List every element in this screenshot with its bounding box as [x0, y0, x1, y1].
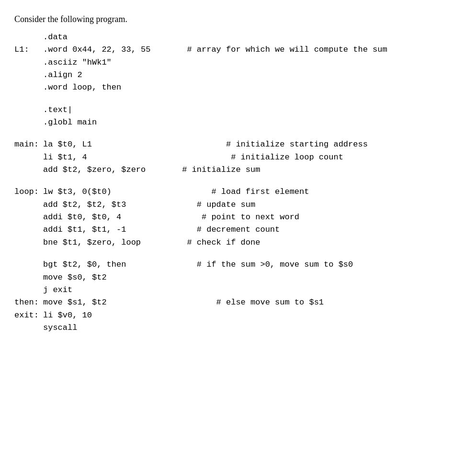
line-asciiz: .asciiz "hWk1"	[14, 56, 462, 69]
line-align: .align 2	[14, 69, 462, 81]
instruction-add-t2-t3: add $t2, $t2, $t3	[43, 199, 177, 211]
spacer4	[14, 249, 462, 259]
line-loop-lw: loop: lw $t3, 0($t0) # load first elemen…	[14, 186, 462, 198]
instruction-addi-t0: addi $t0, $t0, 4	[43, 211, 177, 224]
line-data-directive: .data	[14, 31, 462, 44]
line-text-directive: .text|	[14, 104, 462, 116]
instruction-j-exit: j exit	[43, 284, 177, 296]
comment-add-t2-t3: # update sum	[177, 199, 255, 211]
page-content: Consider the following program. .data L1…	[10, 10, 466, 339]
line-l1-word: L1: .word 0x44, 22, 33, 55 # array for w…	[14, 44, 462, 56]
instruction-move-s0: move $s0, $t2	[43, 271, 177, 284]
instruction-addi-t1: addi $t1, $t1, -1	[43, 224, 177, 236]
comment-move-s1: # else move sum to $s1	[177, 296, 324, 309]
instruction-lw: lw $t3, 0($t0)	[43, 186, 177, 198]
instruction-syscall: syscall	[43, 322, 177, 334]
comment-lw: # load first element	[177, 186, 309, 198]
instruction-la: la $t0, L1	[43, 138, 177, 151]
instruction-bgt: bgt $t2, $0, then	[43, 259, 177, 271]
spacer2	[14, 129, 462, 138]
line-addi-t0: addi $t0, $t0, 4 # point to next word	[14, 211, 462, 224]
instruction-add-t2: add $t2, $zero, $zero	[43, 164, 177, 176]
line-exit-li: exit: li $v0, 10	[14, 309, 462, 322]
label-exit: exit:	[14, 309, 43, 322]
label-then: then:	[14, 296, 43, 309]
spacer3	[14, 176, 462, 186]
label-main: main:	[14, 138, 43, 151]
line-bgt: bgt $t2, $0, then # if the sum >0, move …	[14, 259, 462, 271]
comment-addi-t1: # decrement count	[177, 224, 280, 236]
line-addi-t1: addi $t1, $t1, -1 # decrement count	[14, 224, 462, 236]
line-word-loop: .word loop, then	[14, 81, 462, 94]
instruction-text: .text|	[43, 104, 177, 116]
line-li-t1: li $t1, 4 # initialize loop count	[14, 151, 462, 164]
line-add-t2: add $t2, $zero, $zero # initialize sum	[14, 164, 462, 176]
intro-text: Consider the following program.	[14, 14, 462, 24]
line-syscall: syscall	[14, 322, 462, 334]
line-add-t2-t3: add $t2, $t2, $t3 # update sum	[14, 199, 462, 211]
line-j-exit: j exit	[14, 284, 462, 296]
line-move-s0: move $s0, $t2	[14, 271, 462, 284]
comment-li-t1: # initialize loop count	[177, 151, 343, 164]
instruction-bne: bne $t1, $zero, loop	[43, 237, 177, 249]
comment-bgt: # if the sum >0, move sum to $s0	[177, 259, 353, 271]
label-l1: L1:	[14, 44, 43, 56]
comment-add-t2: # initialize sum	[177, 164, 260, 176]
instruction-li-v0: li $v0, 10	[43, 309, 177, 322]
line-globl: .globl main	[14, 116, 462, 129]
comment-la: # initialize starting address	[177, 138, 368, 151]
instruction-move-s1: move $s1, $t2	[43, 296, 177, 309]
instruction-word-array: .word 0x44, 22, 33, 55	[43, 44, 177, 56]
label-loop: loop:	[14, 186, 43, 198]
comment-addi-t0: # point to next word	[177, 211, 299, 224]
instruction-li-t1: li $t1, 4	[43, 151, 177, 164]
code-block: .data L1: .word 0x44, 22, 33, 55 # array…	[14, 31, 462, 334]
comment-array: # array for which we will compute the su…	[177, 44, 387, 56]
instruction-align: .align 2	[43, 69, 177, 81]
instruction-word-loop: .word loop, then	[43, 81, 177, 94]
line-main-la: main: la $t0, L1 # initialize starting a…	[14, 138, 462, 151]
spacer1	[14, 94, 462, 104]
comment-bne: # check if done	[177, 237, 260, 249]
line-bne: bne $t1, $zero, loop # check if done	[14, 237, 462, 249]
instruction-asciiz: .asciiz "hWk1"	[43, 56, 177, 69]
instruction-globl: .globl main	[43, 116, 177, 129]
instruction-data: .data	[43, 31, 177, 44]
line-then-move: then: move $s1, $t2 # else move sum to $…	[14, 296, 462, 309]
